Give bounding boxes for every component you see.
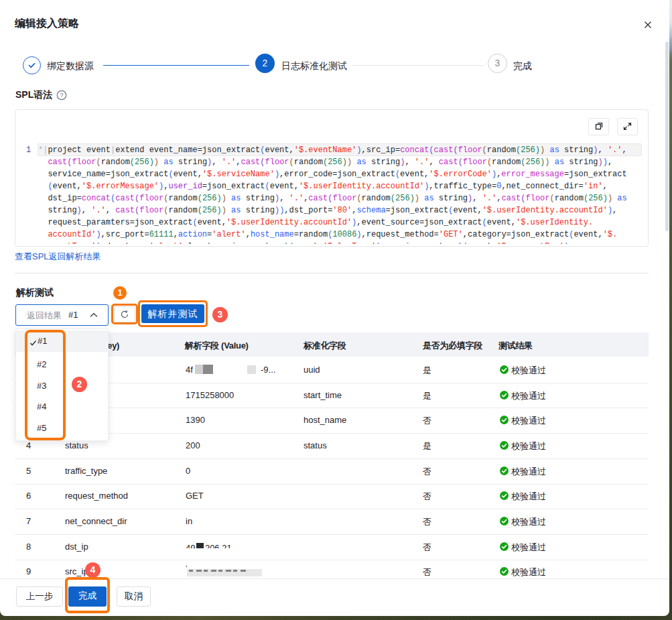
svg-text:?: ? — [60, 92, 63, 99]
